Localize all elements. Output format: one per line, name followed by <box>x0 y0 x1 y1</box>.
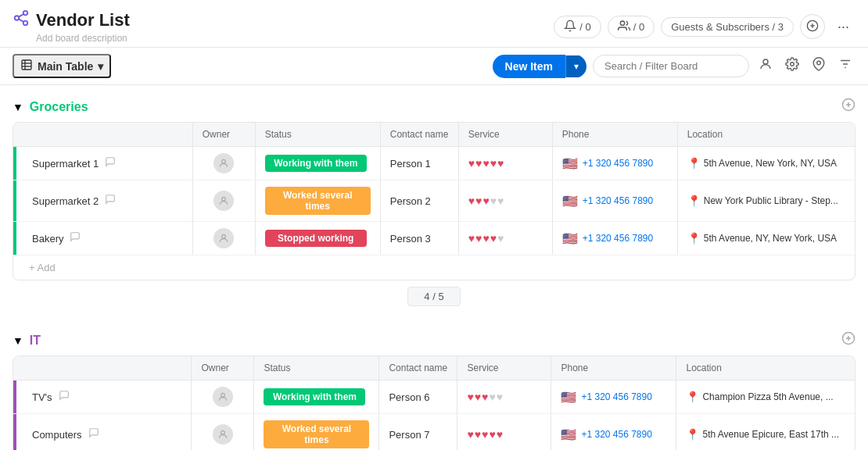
group-it-name[interactable]: IT <box>30 334 41 348</box>
plus-circle-icon <box>806 20 819 34</box>
table-row: TV's <box>13 380 855 414</box>
row-owner-cell <box>192 414 254 451</box>
team-count: / 0 <box>633 21 644 33</box>
new-item-button[interactable]: New Item ▾ <box>493 55 586 78</box>
main-table-button[interactable]: Main Table ▾ <box>13 54 111 78</box>
avatar[interactable] <box>213 153 234 173</box>
comment-icon[interactable] <box>105 194 116 208</box>
filter-button[interactable] <box>835 54 855 78</box>
location-text: Champion Pizza 5th Avenue, ... <box>702 391 833 402</box>
row-phone-cell: 🇺🇸 +1 320 456 7890 <box>552 180 677 222</box>
comment-icon[interactable] <box>70 231 81 245</box>
profile-button[interactable] <box>755 54 776 78</box>
avatar[interactable] <box>213 424 233 445</box>
location-text: 5th Avenue, NY, New York, USA <box>704 233 837 244</box>
comment-icon[interactable] <box>88 427 99 441</box>
group-groceries-name[interactable]: Groceries <box>30 100 88 114</box>
row-color-bar <box>13 180 16 221</box>
row-contact-cell: Person 3 <box>380 222 458 255</box>
col-header-contact: Contact name <box>380 123 458 147</box>
status-badge[interactable]: Working with them <box>265 155 367 172</box>
group-it-header: ▼ IT <box>13 331 855 349</box>
status-badge[interactable]: Worked several times <box>264 420 369 448</box>
it-table: Owner Status Contact name Service Phone … <box>13 356 855 450</box>
row-owner-cell <box>192 380 254 414</box>
location-container: 📍 5th Avenue Epicure, East 17th ... <box>686 428 845 441</box>
table-icon <box>20 59 33 73</box>
row-phone-cell: 🇺🇸 +1 320 456 7890 <box>552 222 677 255</box>
row-name: Bakery <box>32 233 63 245</box>
table-row: Bakery <box>13 222 855 255</box>
avatar[interactable] <box>213 191 234 211</box>
comment-icon[interactable] <box>59 390 70 404</box>
col-header-status-it: Status <box>254 356 379 380</box>
app-title: Vendor List <box>13 9 130 31</box>
location-text: New York Public Library - Step... <box>704 195 838 206</box>
new-item-dropdown-button[interactable]: ▾ <box>565 55 586 77</box>
table-row: Computers <box>13 414 855 451</box>
status-badge[interactable]: Worked several times <box>265 187 371 215</box>
board-description[interactable]: Add board description <box>36 33 130 44</box>
status-badge[interactable]: Working with them <box>264 388 365 405</box>
team-icon <box>618 20 630 34</box>
flag-icon: 🇺🇸 <box>562 194 578 209</box>
row-name: TV's <box>32 391 52 403</box>
groceries-summary: 4 / 5 <box>13 280 855 312</box>
comment-icon[interactable] <box>105 156 116 170</box>
row-phone-cell: 🇺🇸 +1 320 456 7890 <box>551 380 676 414</box>
guests-button[interactable]: Guests & Subscribers / 3 <box>661 17 794 37</box>
service-rating: ♥♥♥♥♥ <box>468 232 505 245</box>
add-row-cell[interactable]: + Add <box>13 255 855 280</box>
group-groceries-toggle[interactable]: ▼ <box>13 101 23 113</box>
row-phone-cell: 🇺🇸 +1 320 456 7890 <box>551 414 676 451</box>
row-color-bar <box>13 380 16 413</box>
row-location-cell: 📍 Champion Pizza 5th Avenue, ... <box>676 380 855 414</box>
more-options-button[interactable]: ··· <box>831 16 855 38</box>
svg-point-14 <box>791 62 794 66</box>
avatar[interactable] <box>213 387 233 407</box>
row-name-cell: Bakery <box>13 222 192 255</box>
svg-point-22 <box>222 159 226 163</box>
location-text: 5th Avenue, New York, NY, USA <box>704 158 837 169</box>
activity-button[interactable]: / 0 <box>554 16 601 38</box>
group-groceries: ▼ Groceries Owner Status Contact name Se… <box>13 98 855 312</box>
location-icon: 📍 <box>687 195 701 207</box>
header-left: Vendor List Add board description <box>13 9 130 44</box>
col-header-phone-it: Phone <box>551 356 676 380</box>
group-it-table: Owner Status Contact name Service Phone … <box>13 355 855 450</box>
service-rating: ♥♥♥♥♥ <box>468 195 505 207</box>
groceries-table: Owner Status Contact name Service Phone … <box>13 123 855 280</box>
col-header-service: Service <box>458 123 552 147</box>
group-it-toggle[interactable]: ▼ <box>13 334 23 347</box>
row-location-cell: 📍 5th Avenue Epicure, East 17th ... <box>676 414 855 451</box>
row-status-cell: Working with them <box>255 147 380 180</box>
row-service-cell: ♥♥♥♥♥ <box>458 180 552 222</box>
svg-line-3 <box>19 19 23 22</box>
location-container: 📍 5th Avenue, NY, New York, USA <box>687 232 845 245</box>
main-table-label: Main Table <box>38 60 93 73</box>
team-button[interactable]: / 0 <box>608 16 655 38</box>
row-owner-cell <box>192 147 255 180</box>
row-name: Supermarket 1 <box>32 158 99 170</box>
row-location-cell: 📍 5th Avenue, NY, New York, USA <box>677 222 855 255</box>
settings-button[interactable] <box>782 54 802 78</box>
search-input[interactable] <box>593 55 749 77</box>
group-it-add-button[interactable] <box>841 331 855 349</box>
service-rating: ♥♥♥♥♥ <box>467 428 504 441</box>
phone-number: +1 320 456 7890 <box>583 195 653 206</box>
svg-rect-9 <box>22 60 31 70</box>
status-badge[interactable]: Stopped working <box>265 230 367 247</box>
contact-name: Person 6 <box>389 391 429 403</box>
group-groceries-add-button[interactable] <box>841 98 855 116</box>
new-item-main-button[interactable]: New Item <box>493 55 565 78</box>
location-text: 5th Avenue Epicure, East 17th ... <box>702 429 839 440</box>
activity-count: / 0 <box>579 21 590 33</box>
invite-button[interactable] <box>800 14 825 39</box>
location-container: 📍 New York Public Library - Step... <box>687 195 845 207</box>
col-header-status: Status <box>255 123 380 147</box>
location-container: 📍 Champion Pizza 5th Avenue, ... <box>686 391 845 403</box>
avatar[interactable] <box>213 228 234 248</box>
row-color-bar <box>13 222 16 255</box>
add-row-groceries[interactable]: + Add <box>13 255 855 280</box>
pin-button[interactable] <box>809 54 829 78</box>
